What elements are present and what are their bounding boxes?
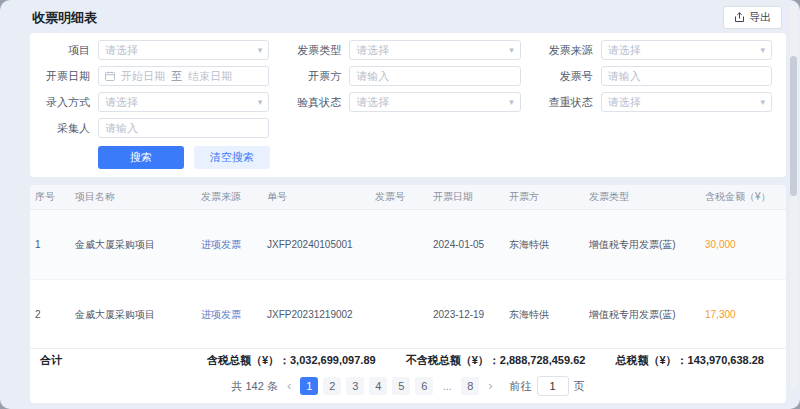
collector-input[interactable] — [105, 122, 262, 134]
chevron-down-icon: ▾ — [509, 98, 514, 107]
column-header: 开票方 — [504, 185, 584, 210]
summary-total-label: 合计 — [40, 353, 62, 368]
filter-grid: 项目 请选择 ▾ 发票类型 请选择 ▾ 发票来源 请选择 ▾ — [38, 40, 772, 138]
page-unit-label: 页 — [574, 379, 585, 394]
invoice-table: 序号项目名称发票来源单号发票号开票日期开票方发票类型含税金额（¥）税额（¥）不含… — [30, 185, 786, 348]
invoice-date-range[interactable]: 开始日期 至 结束日期 — [98, 66, 269, 86]
summary-item: 总税额（¥）：143,970,638.28 — [615, 353, 764, 368]
invoice-type-placeholder: 请选择 — [356, 43, 389, 58]
filter-field-dup-status: 查重状态 请选择 ▾ — [541, 92, 772, 112]
dup-status-placeholder: 请选择 — [608, 95, 641, 110]
page-button[interactable]: 4 — [369, 377, 387, 395]
invoice-type-select[interactable]: 请选择 ▾ — [349, 40, 520, 60]
invoice-type-label: 发票类型 — [289, 43, 341, 58]
project-placeholder: 请选择 — [105, 43, 138, 58]
column-header: 发票号 — [370, 185, 428, 210]
search-button[interactable]: 搜索 — [98, 146, 184, 169]
invoice-no-label: 发票号 — [541, 69, 593, 84]
invoice-source-label: 发票来源 — [541, 43, 593, 58]
table-cell: 30,000 — [700, 210, 786, 280]
table-header-row: 序号项目名称发票来源单号发票号开票日期开票方发票类型含税金额（¥）税额（¥）不含… — [30, 185, 786, 210]
invoice-table-card: 序号项目名称发票来源单号发票号开票日期开票方发票类型含税金额（¥）税额（¥）不含… — [30, 185, 786, 403]
column-header: 单号 — [262, 185, 370, 210]
goto-page-input[interactable] — [537, 376, 569, 396]
page-button[interactable]: 8 — [461, 377, 479, 395]
end-date-placeholder: 结束日期 — [188, 69, 232, 84]
scrollbar-thumb[interactable] — [790, 56, 797, 196]
chevron-down-icon: ▾ — [760, 98, 765, 107]
table-cell: JXFP20231219002 — [262, 280, 370, 349]
filter-field-invoice-no: 发票号 — [541, 66, 772, 86]
summary-row: 合计 含税总额（¥）：3,032,699,097.89不含税总额（¥）：2,88… — [30, 348, 786, 372]
page-ellipsis: ... — [438, 377, 456, 395]
table-cell: 2023-12-19 — [428, 280, 504, 349]
table-cell: 增值税专用发票(蓝) — [584, 210, 700, 280]
page-button[interactable]: 1 — [300, 377, 318, 395]
issuer-input-wrap — [349, 66, 520, 86]
page-button[interactable]: 6 — [415, 377, 433, 395]
table-cell: 2024-01-05 — [428, 210, 504, 280]
column-header: 发票来源 — [196, 185, 262, 210]
filter-field-project: 项目 请选择 ▾ — [38, 40, 269, 60]
table-row[interactable]: 2金威大厦采购项目进项发票JXFP202312190022023-12-19东海… — [30, 280, 786, 349]
table-cell — [370, 210, 428, 280]
date-separator: 至 — [171, 69, 182, 84]
app-window: 收票明细表 导出 项目 请选择 ▾ 发票类型 请选择 ▾ — [0, 0, 800, 409]
vertical-scrollbar[interactable] — [790, 4, 797, 389]
table-cell: 17,300 — [700, 280, 786, 349]
column-header: 项目名称 — [70, 185, 196, 210]
table-cell: 进项发票 — [196, 210, 262, 280]
table-cell: 2 — [30, 280, 70, 349]
goto-label: 前往 — [510, 379, 532, 394]
export-button-label: 导出 — [749, 10, 771, 25]
page-button[interactable]: 5 — [392, 377, 410, 395]
column-header: 开票日期 — [428, 185, 504, 210]
invoice-no-input-wrap — [601, 66, 772, 86]
summary-items: 含税总额（¥）：3,032,699,097.89不含税总额（¥）：2,888,7… — [207, 353, 764, 368]
summary-item: 不含税总额（¥）：2,888,728,459.62 — [406, 353, 586, 368]
verify-status-placeholder: 请选择 — [356, 95, 389, 110]
page-buttons: 123456...8 — [300, 377, 479, 395]
table-cell: 东海特供 — [504, 210, 584, 280]
page-header: 收票明细表 导出 — [0, 0, 800, 33]
table-cell — [370, 280, 428, 349]
table-scroll-area[interactable]: 序号项目名称发票来源单号发票号开票日期开票方发票类型含税金额（¥）税额（¥）不含… — [30, 185, 786, 348]
chevron-down-icon: ▾ — [760, 46, 765, 55]
invoice-source-select[interactable]: 请选择 ▾ — [601, 40, 772, 60]
filter-field-verify-status: 验真状态 请选择 ▾ — [289, 92, 520, 112]
filter-field-collector: 采集人 — [38, 118, 269, 138]
filter-field-invoice-source: 发票来源 请选择 ▾ — [541, 40, 772, 60]
export-icon — [734, 12, 745, 23]
verify-status-label: 验真状态 — [289, 95, 341, 110]
column-header: 含税金额（¥） — [700, 185, 786, 210]
chevron-down-icon: ▾ — [258, 46, 263, 55]
table-cell: 进项发票 — [196, 280, 262, 349]
dup-status-select[interactable]: 请选择 ▾ — [601, 92, 772, 112]
project-label: 项目 — [38, 43, 90, 58]
column-header: 序号 — [30, 185, 70, 210]
table-body: 1金威大厦采购项目进项发票JXFP202401050012024-01-05东海… — [30, 210, 786, 349]
invoice-no-input[interactable] — [608, 70, 765, 82]
filter-field-invoice-date: 开票日期 开始日期 至 结束日期 — [38, 66, 269, 86]
pagination-total: 共 142 条 — [231, 379, 277, 394]
dup-status-label: 查重状态 — [541, 95, 593, 110]
table-row[interactable]: 1金威大厦采购项目进项发票JXFP202401050012024-01-05东海… — [30, 210, 786, 280]
entry-method-select[interactable]: 请选择 ▾ — [98, 92, 269, 112]
clear-search-button[interactable]: 清空搜索 — [194, 146, 270, 169]
page-button[interactable]: 2 — [323, 377, 341, 395]
verify-status-select[interactable]: 请选择 ▾ — [349, 92, 520, 112]
table-cell: 金威大厦采购项目 — [70, 280, 196, 349]
invoice-date-label: 开票日期 — [38, 69, 90, 84]
prev-page-button[interactable]: ‹ — [284, 377, 294, 395]
issuer-input[interactable] — [356, 70, 513, 82]
page-button[interactable]: 3 — [346, 377, 364, 395]
entry-method-label: 录入方式 — [38, 95, 90, 110]
export-button[interactable]: 导出 — [723, 6, 782, 29]
next-page-button[interactable]: › — [485, 377, 495, 395]
table-cell: 金威大厦采购项目 — [70, 210, 196, 280]
collector-label: 采集人 — [38, 121, 90, 136]
project-select[interactable]: 请选择 ▾ — [98, 40, 269, 60]
page-title: 收票明细表 — [32, 9, 97, 27]
start-date-placeholder: 开始日期 — [121, 69, 165, 84]
table-cell: 1 — [30, 210, 70, 280]
